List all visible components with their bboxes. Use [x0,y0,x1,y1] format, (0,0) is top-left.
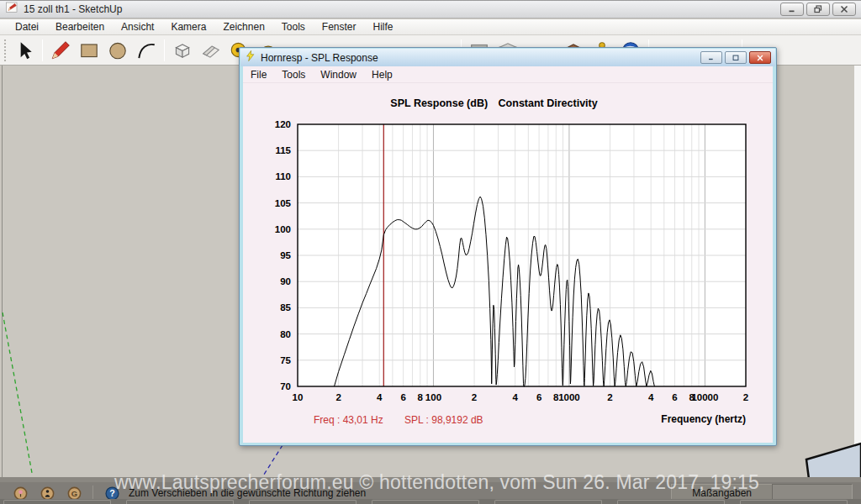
screen: 15 zoll th1 - SketchUp DateiBearbeitenAn… [0,0,861,504]
svg-text:10000: 10000 [691,392,718,402]
svg-text:4: 4 [512,392,518,402]
spl-response-chart[interactable]: 7075808590951001051101151201024681002468… [243,83,773,443]
model-blue-face [782,372,861,477]
taskbar-slot [617,500,725,504]
hornresp-window-title: Hornresp - SPL Response [261,52,378,64]
svg-text:2: 2 [607,392,612,402]
spl-readout: SPL : 98,9192 dB [404,414,483,426]
svg-text:110: 110 [275,171,291,181]
minimize-button[interactable] [700,51,722,64]
svg-text:100: 100 [275,224,291,234]
rectangle-tool[interactable] [77,38,102,63]
menu-item-kamera[interactable]: Kamera [162,19,214,34]
circle-tool[interactable] [105,38,130,63]
minimize-button[interactable] [780,3,804,16]
restore-button[interactable] [806,3,830,16]
svg-text:80: 80 [280,329,291,339]
svg-text:120: 120 [275,119,291,129]
taskbar-slot [126,500,234,504]
svg-text:85: 85 [280,302,291,312]
taskbar-slot [3,500,111,504]
svg-text:105: 105 [275,198,292,208]
svg-text:8: 8 [418,392,424,402]
hornresp-menu-item-help[interactable]: Help [364,67,400,82]
svg-text:115: 115 [275,145,291,155]
hornresp-menu-item-tools[interactable]: Tools [274,67,313,82]
menu-item-bearbeiten[interactable]: Bearbeiten [47,19,113,34]
eraser-tool[interactable] [198,38,224,63]
hornresp-menu-item-window[interactable]: Window [313,67,364,82]
hornresp-titlebar[interactable]: Hornresp - SPL Response [240,49,775,66]
taskbar-slot [372,500,479,504]
lightning-icon [245,50,256,66]
menu-item-ansicht[interactable]: Ansicht [113,19,162,34]
close-button[interactable] [832,3,856,16]
svg-text:100: 100 [425,392,441,402]
taskbar-slot [494,500,602,504]
svg-text:90: 90 [280,276,291,286]
svg-text:4: 4 [377,392,383,402]
sketchup-pencil-icon [5,1,18,18]
toolbar-grip[interactable] [4,39,8,61]
menu-item-hilfe[interactable]: Hilfe [365,19,402,34]
pushpull-tool[interactable] [170,38,195,63]
svg-text:10: 10 [293,392,304,402]
svg-text:4: 4 [648,392,654,402]
svg-text:G: G [71,488,77,497]
menu-item-fenster[interactable]: Fenster [314,19,365,34]
svg-text:2: 2 [743,392,748,402]
green-axis-line [0,305,50,477]
taskbar-strip [0,499,861,504]
menu-item-zeichnen[interactable]: Zeichnen [214,19,272,34]
svg-text:2: 2 [472,392,477,402]
blue-axis-line [249,444,286,477]
hornresp-window: Hornresp - SPL Response FileToolsWindowH… [239,47,777,446]
maximize-button[interactable] [725,51,747,64]
taskbar-slot [740,500,848,504]
svg-text:6: 6 [672,392,677,402]
sketchup-titlebar[interactable]: 15 zoll th1 - SketchUp [0,0,861,18]
menu-item-tools[interactable]: Tools [273,19,314,34]
menu-item-datei[interactable]: Datei [7,19,47,34]
toolbar-separator [164,39,165,61]
hornresp-menubar: FileToolsWindowHelp [243,66,773,83]
svg-text:6: 6 [536,392,541,402]
arc-tool[interactable] [134,38,159,63]
taskbar-slot [249,500,357,504]
frequency-axis-label: Frequency (hertz) [661,413,746,425]
svg-text:6: 6 [400,392,405,402]
svg-text:95: 95 [280,250,291,260]
select-arrow[interactable] [12,38,37,63]
sketchup-menubar: DateiBearbeitenAnsichtKameraZeichnenTool… [0,19,861,35]
hornresp-menu-item-file[interactable]: File [243,67,274,82]
window-title: 15 zoll th1 - SketchUp [24,3,122,15]
toolbar-separator [42,39,43,61]
freq-readout: Freq : 43,01 Hz [314,414,383,426]
close-button[interactable] [749,51,771,64]
canvas-left-edge [2,66,3,477]
svg-text:75: 75 [280,355,291,365]
svg-text:2: 2 [335,392,341,402]
svg-text:SPL Response (dB) Constant Dir: SPL Response (dB) Constant Directivity [390,97,597,109]
svg-text:70: 70 [280,381,291,391]
statusbar-hint: Zum Verschieben in die gewünschte Richtu… [129,487,366,499]
hornresp-body: 7075808590951001051101151201024681002468… [243,83,773,443]
pencil-tool[interactable] [48,38,73,63]
svg-text:?: ? [109,488,115,498]
model-white-face [854,66,861,477]
svg-text:1000: 1000 [558,392,580,402]
